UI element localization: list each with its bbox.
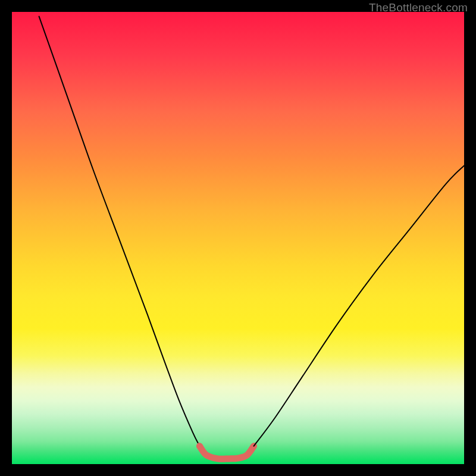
chart-canvas bbox=[12, 12, 464, 464]
series-trough bbox=[199, 446, 253, 459]
series-right-arm bbox=[254, 165, 464, 446]
watermark-text: TheBottleneck.com bbox=[369, 1, 468, 14]
plot-area bbox=[12, 12, 464, 464]
series-left-arm bbox=[39, 17, 200, 446]
chart-frame: TheBottleneck.com bbox=[0, 0, 476, 476]
